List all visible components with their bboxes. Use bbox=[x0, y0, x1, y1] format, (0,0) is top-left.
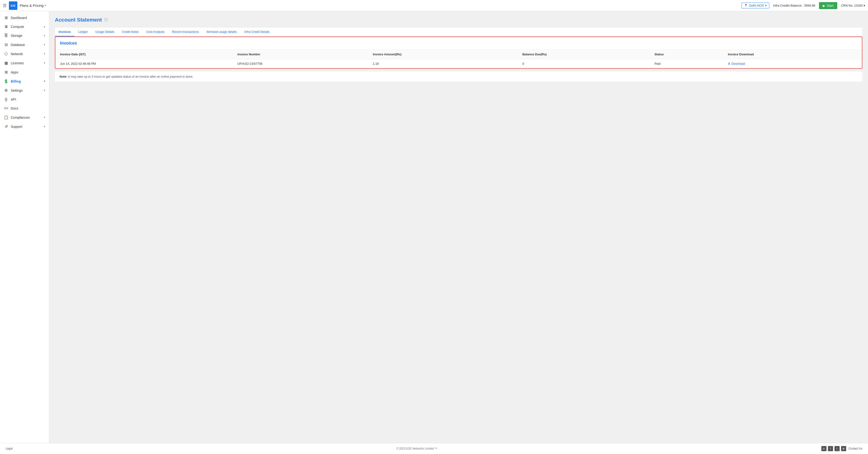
page-title: Account Statement bbox=[55, 17, 102, 23]
layout: ⊞ Dashboard 🖥 Compute ▾ 🗄 Storage ▾ ⊟ Da… bbox=[0, 11, 868, 443]
logo: E2E bbox=[9, 1, 17, 10]
tab-invoices[interactable]: Invoices bbox=[55, 28, 74, 36]
col-header-balance: Balance Due(Rs) bbox=[518, 50, 650, 59]
tab-ledger[interactable]: Ledger bbox=[74, 28, 91, 36]
sidebar-item-label: API bbox=[11, 97, 16, 101]
footer-legal[interactable]: Legal bbox=[6, 447, 12, 450]
col-header-download: Invoice Download bbox=[723, 50, 862, 59]
invoice-status: Paid bbox=[650, 59, 723, 68]
sidebar-item-label: Support bbox=[11, 125, 22, 128]
start-icon: ▶ bbox=[823, 4, 825, 7]
storage-icon: 🗄 bbox=[4, 33, 8, 38]
tab-credit-notes[interactable]: Credit Notes bbox=[118, 28, 142, 36]
social-links: in f t ⊕ bbox=[822, 446, 846, 451]
sidebar-item-billing[interactable]: 💲 Billing ▾ bbox=[0, 77, 49, 86]
crn-chevron-icon: ▾ bbox=[864, 4, 865, 7]
region-chevron-icon: ▾ bbox=[765, 4, 767, 7]
tab-usage-details[interactable]: Usage Details bbox=[92, 28, 118, 36]
tabs-wrapper: Invoices Ledger Usage Details Credit Not… bbox=[55, 28, 862, 37]
page-header: Account Statement ⓘ bbox=[55, 17, 862, 23]
compute-icon: 🖥 bbox=[4, 25, 8, 29]
chevron-down-icon: ▾ bbox=[44, 25, 45, 28]
col-header-status: Status bbox=[650, 50, 723, 59]
sidebar-item-dashboard[interactable]: ⊞ Dashboard bbox=[0, 13, 49, 22]
app-title[interactable]: Plans & Pricing ▾ bbox=[20, 3, 46, 7]
sidebar-item-apps[interactable]: ⊞ Apps bbox=[0, 67, 49, 77]
tab-cost-analysis[interactable]: Cost Analysis bbox=[143, 28, 168, 36]
sidebar-item-database[interactable]: ⊟ Database ▾ bbox=[0, 40, 49, 49]
licenses-icon: ▦ bbox=[4, 61, 8, 65]
footer: Legal © 2023 E2E Networks Limited ™ in f… bbox=[0, 443, 868, 454]
sidebar-item-licenses[interactable]: ▦ Licenses ▾ bbox=[0, 58, 49, 67]
sidebar-item-label: Dashboard bbox=[11, 16, 27, 20]
sidebar-item-label: Licenses bbox=[11, 61, 24, 65]
title-chevron-icon: ▾ bbox=[44, 4, 46, 7]
apps-icon: ⊞ bbox=[4, 70, 8, 74]
database-icon: ⊟ bbox=[4, 42, 8, 47]
invoices-panel: Invoices Invoice Date (IST) Invoice Numb… bbox=[55, 37, 862, 69]
download-link[interactable]: ⬇ Download bbox=[728, 62, 857, 65]
sidebar-item-label: Apps bbox=[11, 70, 18, 74]
linkedin-icon[interactable]: in bbox=[822, 446, 827, 451]
note-body: It may take up to 3 hours to get updated… bbox=[68, 75, 193, 78]
sidebar-item-network[interactable]: ⬡ Network ▾ bbox=[0, 49, 49, 58]
invoice-balance-due: 0 bbox=[518, 59, 650, 68]
sidebar-item-compute[interactable]: 🖥 Compute ▾ bbox=[0, 22, 49, 31]
crn-selector[interactable]: CRN No. 13163 ▾ bbox=[841, 4, 865, 7]
hamburger-icon[interactable]: ☰ bbox=[3, 3, 6, 8]
invoice-download-cell: ⬇ Download bbox=[723, 59, 862, 68]
sidebar-item-compliances[interactable]: 📋 Compliances ▾ bbox=[0, 113, 49, 122]
sidebar-item-support[interactable]: ↺ Support ▾ bbox=[0, 122, 49, 131]
sidebar-item-label: Storage bbox=[11, 34, 22, 37]
topbar-right: 📍 Delhi-NCR ▾ Infra Credits Balance : 35… bbox=[741, 2, 865, 9]
facebook-icon[interactable]: f bbox=[828, 446, 833, 451]
tab-recent-transactions[interactable]: Recent transactions bbox=[168, 28, 203, 36]
chevron-down-icon: ▾ bbox=[44, 34, 45, 37]
chevron-down-icon: ▾ bbox=[44, 61, 45, 64]
tab-itemised-usage[interactable]: Itemised usage details bbox=[203, 28, 241, 36]
billing-icon: 💲 bbox=[4, 79, 8, 84]
chevron-down-icon: ▾ bbox=[44, 116, 45, 119]
sidebar-item-label: Docs bbox=[11, 107, 18, 110]
col-header-date: Invoice Date (IST) bbox=[55, 50, 233, 59]
region-selector[interactable]: 📍 Delhi-NCR ▾ bbox=[741, 3, 769, 8]
sidebar: ⊞ Dashboard 🖥 Compute ▾ 🗄 Storage ▾ ⊟ Da… bbox=[0, 11, 49, 443]
download-icon: ⬇ bbox=[728, 62, 731, 65]
note-label: Note: bbox=[60, 75, 67, 78]
location-icon: 📍 bbox=[744, 4, 748, 7]
rss-icon[interactable]: ⊕ bbox=[841, 446, 846, 451]
tabs-bar: Invoices Ledger Usage Details Credit Not… bbox=[55, 28, 862, 37]
support-icon: ↺ bbox=[4, 124, 8, 129]
dashboard-icon: ⊞ bbox=[4, 16, 8, 20]
tab-infra-credit-details[interactable]: Infra Credit Details bbox=[241, 28, 273, 36]
help-icon[interactable]: ⓘ bbox=[104, 18, 108, 23]
invoice-date: Jun 14, 2022 02:48:48 PM bbox=[55, 59, 233, 68]
sidebar-item-docs[interactable]: <> Docs bbox=[0, 104, 49, 113]
network-icon: ⬡ bbox=[4, 52, 8, 56]
sidebar-item-storage[interactable]: 🗄 Storage ▾ bbox=[0, 31, 49, 40]
chevron-down-icon: ▾ bbox=[44, 89, 45, 92]
col-header-number: Invoice Number bbox=[233, 50, 368, 59]
topbar: ☰ E2E Plans & Pricing ▾ 📍 Delhi-NCR ▾ In… bbox=[0, 0, 868, 11]
compliances-icon: 📋 bbox=[4, 115, 8, 120]
sidebar-item-settings[interactable]: ⚙ Settings ▾ bbox=[0, 86, 49, 95]
sidebar-item-label: Database bbox=[11, 43, 25, 47]
sidebar-item-label: Compute bbox=[11, 25, 24, 29]
invoices-section-title: Invoices bbox=[55, 37, 862, 50]
invoice-table: Invoice Date (IST) Invoice Number Invoic… bbox=[55, 50, 862, 68]
invoice-amount: 1.18 bbox=[368, 59, 518, 68]
footer-copyright: © 2023 E2E Networks Limited ™ bbox=[396, 447, 437, 450]
col-header-amount: Invoice Amount(Rs) bbox=[368, 50, 518, 59]
main-content: Account Statement ⓘ Invoices Ledger Usag… bbox=[49, 11, 868, 443]
chevron-down-icon: ▾ bbox=[44, 80, 45, 83]
footer-right: in f t ⊕ Contact Us bbox=[822, 446, 862, 451]
sidebar-item-api[interactable]: {} API bbox=[0, 95, 49, 104]
chevron-down-icon: ▾ bbox=[44, 43, 45, 46]
chevron-down-icon: ▾ bbox=[44, 52, 45, 55]
start-button[interactable]: ▶ Start bbox=[819, 2, 838, 9]
contact-us[interactable]: Contact Us bbox=[848, 447, 862, 450]
sidebar-item-label: Compliances bbox=[11, 116, 30, 119]
api-icon: {} bbox=[4, 97, 8, 101]
twitter-icon[interactable]: t bbox=[834, 446, 840, 451]
docs-icon: <> bbox=[4, 106, 8, 111]
